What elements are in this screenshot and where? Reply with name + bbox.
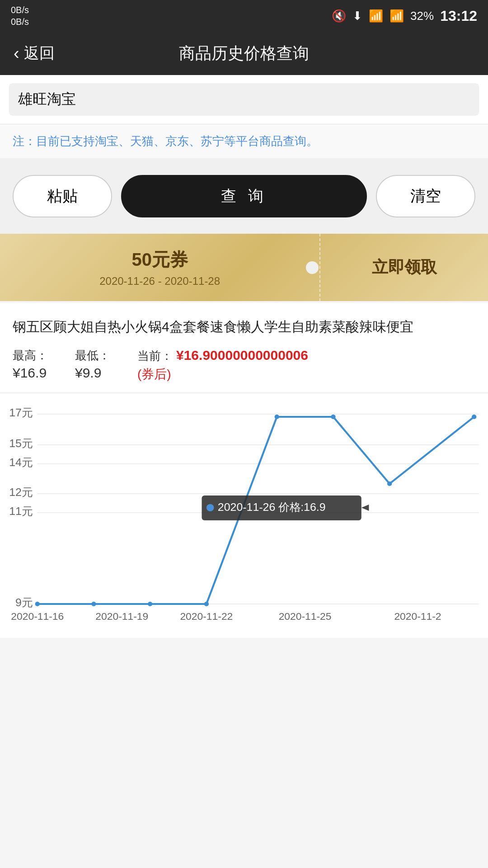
price-current-label: 当前： bbox=[137, 348, 173, 364]
svg-text:2020-11-22: 2020-11-22 bbox=[180, 611, 233, 622]
price-chart: 17元 15元 14元 12元 11元 9元 bbox=[5, 407, 483, 624]
time-label: 13:12 bbox=[440, 8, 477, 24]
svg-text:12元: 12元 bbox=[9, 486, 33, 498]
svg-text:15元: 15元 bbox=[9, 437, 33, 449]
chart-section: 17元 15元 14元 12元 11元 9元 bbox=[0, 394, 488, 638]
price-low-label: 最低： bbox=[75, 348, 110, 363]
signal-icon: 📶 bbox=[389, 9, 404, 23]
page-title: 商品历史价格查询 bbox=[179, 42, 309, 65]
coupon-date: 2020-11-26 - 2020-11-28 bbox=[99, 275, 220, 288]
clear-button[interactable]: 清空 bbox=[376, 175, 475, 217]
svg-text:9元: 9元 bbox=[15, 596, 33, 608]
network-info: 0B/s 0B/s bbox=[11, 4, 29, 28]
chart-tooltip-text: 2020-11-26 价格:16.9 bbox=[218, 501, 326, 513]
data-point-3 bbox=[204, 602, 209, 606]
svg-text:2020-11-19: 2020-11-19 bbox=[95, 611, 148, 622]
action-buttons: 粘贴 查 询 清空 bbox=[0, 159, 488, 234]
query-button[interactable]: 查 询 bbox=[121, 175, 367, 217]
data-point-6 bbox=[387, 481, 392, 486]
product-name: 钢五区顾大姐自热小火锅4盒套餐速食懒人学生自助素菜酸辣味便宜 bbox=[13, 316, 475, 337]
search-input[interactable]: 雄旺淘宝 bbox=[9, 83, 479, 116]
svg-text:2020-11-16: 2020-11-16 bbox=[11, 611, 64, 622]
svg-text:2020-11-2: 2020-11-2 bbox=[394, 611, 441, 622]
price-chart-container: 17元 15元 14元 12元 11元 9元 bbox=[5, 407, 483, 624]
back-arrow-icon: ‹ bbox=[14, 45, 19, 62]
data-point-4 bbox=[275, 415, 279, 419]
svg-text:11元: 11元 bbox=[9, 505, 33, 517]
price-high-label: 最高： bbox=[13, 348, 48, 363]
status-bar: 0B/s 0B/s 🔇 ⬇ 📶 📶 32% 13:12 bbox=[0, 0, 488, 32]
search-value: 雄旺淘宝 bbox=[18, 90, 76, 109]
price-after-coupon: (券后) bbox=[137, 366, 308, 383]
price-current-value: ¥16.90000000000006 bbox=[176, 348, 308, 363]
data-point-2 bbox=[148, 602, 152, 606]
wifi-icon: 📶 bbox=[369, 9, 383, 23]
search-bar-area: 雄旺淘宝 bbox=[0, 75, 488, 124]
mute-icon: 🔇 bbox=[332, 9, 346, 23]
back-label: 返回 bbox=[24, 43, 55, 64]
chart-tooltip-arrow bbox=[361, 505, 369, 511]
coupon-amount: 50元券 bbox=[131, 247, 188, 272]
download-icon: ⬇ bbox=[352, 9, 362, 23]
price-high-value: ¥16.9 bbox=[13, 365, 48, 381]
price-current: 当前： ¥16.90000000000006 (券后) bbox=[137, 348, 308, 383]
coupon-info: 50元券 2020-11-26 - 2020-11-28 bbox=[0, 234, 320, 301]
price-high: 最高： ¥16.9 bbox=[13, 348, 48, 381]
price-low: 最低： ¥9.9 bbox=[75, 348, 110, 381]
back-button[interactable]: ‹ 返回 bbox=[14, 43, 55, 64]
svg-text:14元: 14元 bbox=[9, 456, 33, 468]
status-icons: 🔇 ⬇ 📶 📶 32% 13:12 bbox=[332, 8, 477, 24]
chart-tooltip-dot bbox=[206, 504, 214, 511]
coupon-claim-button[interactable]: 立即领取 bbox=[320, 256, 488, 278]
data-point-1 bbox=[91, 602, 96, 606]
svg-text:2020-11-25: 2020-11-25 bbox=[279, 611, 332, 622]
data-point-0 bbox=[35, 602, 40, 606]
battery-label: 32% bbox=[410, 9, 434, 23]
paste-button[interactable]: 粘贴 bbox=[13, 175, 112, 217]
svg-text:17元: 17元 bbox=[9, 407, 33, 419]
data-point-5 bbox=[331, 415, 335, 419]
platform-note: 注：目前已支持淘宝、天猫、京东、苏宁等平台商品查询。 bbox=[0, 124, 488, 159]
nav-bar: ‹ 返回 商品历史价格查询 bbox=[0, 32, 488, 75]
coupon-banner: 50元券 2020-11-26 - 2020-11-28 立即领取 bbox=[0, 234, 488, 301]
price-low-value: ¥9.9 bbox=[75, 365, 110, 381]
price-row: 最高： ¥16.9 最低： ¥9.9 当前： ¥16.9000000000000… bbox=[13, 348, 475, 383]
product-section: 钢五区顾大姐自热小火锅4盒套餐速食懒人学生自助素菜酸辣味便宜 最高： ¥16.9… bbox=[0, 303, 488, 392]
data-point-7 bbox=[472, 415, 476, 419]
